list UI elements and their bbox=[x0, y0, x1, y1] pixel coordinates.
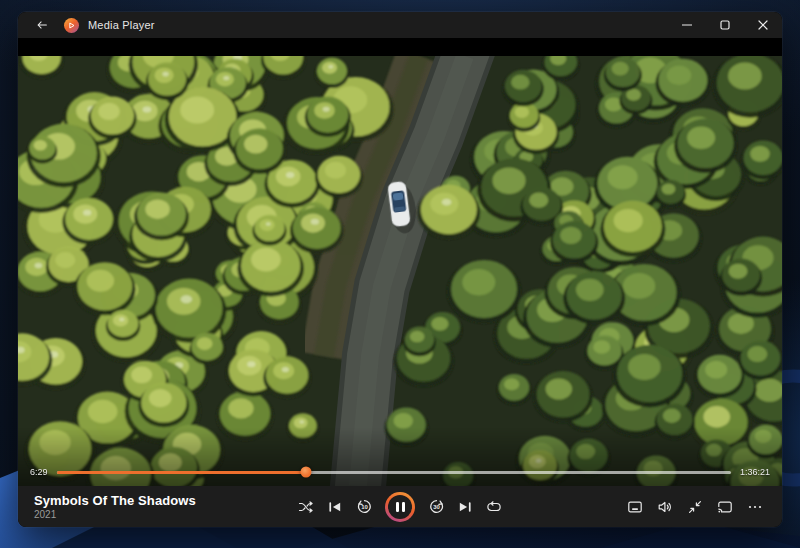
back-arrow-icon bbox=[35, 18, 49, 32]
secondary-controls bbox=[624, 496, 766, 518]
media-player-app-icon bbox=[64, 18, 79, 33]
seek-track[interactable] bbox=[57, 471, 731, 474]
shuffle-icon bbox=[298, 499, 314, 515]
video-frame-aerial-forest bbox=[18, 56, 782, 486]
exit-fullscreen-button[interactable] bbox=[684, 496, 706, 518]
transport-controls: 10 30 bbox=[295, 492, 505, 522]
exit-fullscreen-icon bbox=[687, 499, 703, 515]
mini-player-icon bbox=[627, 499, 643, 515]
maximize-button[interactable] bbox=[706, 12, 744, 38]
track-year: 2021 bbox=[34, 509, 196, 520]
app-title: Media Player bbox=[88, 19, 155, 31]
cast-icon bbox=[717, 499, 733, 515]
skip-back-10-icon: 10 bbox=[356, 498, 373, 515]
volume-button[interactable] bbox=[654, 496, 676, 518]
media-player-window: Media Player 6:29 bbox=[18, 12, 782, 527]
mini-player-button[interactable] bbox=[624, 496, 646, 518]
seek-thumb[interactable] bbox=[301, 467, 312, 478]
minimize-icon bbox=[682, 20, 692, 30]
seek-bar: 6:29 1:36:21 bbox=[30, 464, 770, 480]
next-track-icon bbox=[457, 499, 473, 515]
svg-text:10: 10 bbox=[361, 504, 368, 510]
more-options-icon bbox=[747, 499, 763, 515]
minimize-button[interactable] bbox=[668, 12, 706, 38]
skip-forward-30-icon: 30 bbox=[428, 498, 445, 515]
playback-control-bar: Symbols Of The Shadows 2021 bbox=[18, 486, 782, 527]
play-pause-button[interactable] bbox=[385, 492, 415, 522]
maximize-icon bbox=[720, 20, 730, 30]
close-button[interactable] bbox=[744, 12, 782, 38]
repeat-button[interactable] bbox=[483, 496, 505, 518]
shuffle-button[interactable] bbox=[295, 496, 317, 518]
seek-fill bbox=[57, 471, 307, 474]
cast-button[interactable] bbox=[714, 496, 736, 518]
video-surface[interactable]: 6:29 1:36:21 bbox=[18, 38, 782, 486]
previous-track-button[interactable] bbox=[324, 496, 346, 518]
titlebar: Media Player bbox=[18, 12, 782, 38]
repeat-icon bbox=[486, 499, 502, 515]
pause-icon bbox=[388, 495, 412, 519]
now-playing-info: Symbols Of The Shadows 2021 bbox=[34, 493, 196, 520]
skip-forward-30-button[interactable]: 30 bbox=[425, 496, 447, 518]
next-track-button[interactable] bbox=[454, 496, 476, 518]
elapsed-time: 6:29 bbox=[30, 467, 48, 477]
volume-icon bbox=[657, 499, 673, 515]
back-button[interactable] bbox=[30, 15, 54, 35]
svg-text:30: 30 bbox=[433, 504, 440, 510]
play-glyph-icon bbox=[66, 20, 77, 31]
close-icon bbox=[758, 20, 768, 30]
total-time: 1:36:21 bbox=[740, 467, 770, 477]
skip-back-10-button[interactable]: 10 bbox=[353, 496, 375, 518]
track-title: Symbols Of The Shadows bbox=[34, 493, 196, 508]
caption-buttons bbox=[668, 12, 782, 38]
more-options-button[interactable] bbox=[744, 496, 766, 518]
previous-track-icon bbox=[327, 499, 343, 515]
